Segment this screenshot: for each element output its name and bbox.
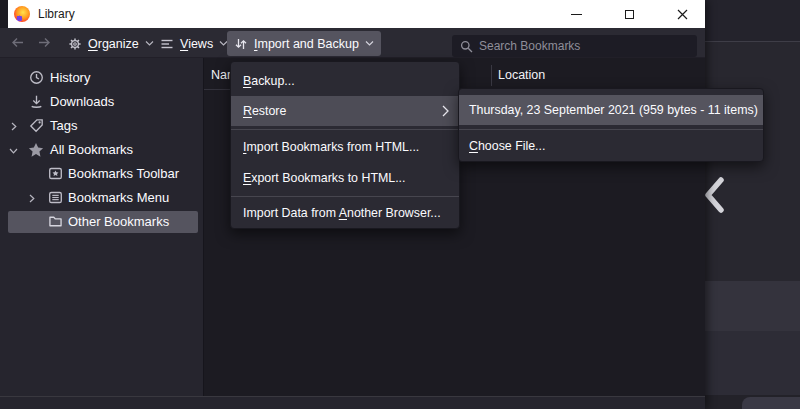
chevron-down-icon (365, 40, 374, 47)
expander-collapsed-icon[interactable] (11, 122, 17, 131)
column-header-location[interactable]: Location (498, 61, 545, 90)
background-window-mid-band (705, 331, 800, 395)
sidebar-item-label: All Bookmarks (50, 138, 133, 162)
menu-item-import-bookmarks-from-html[interactable]: Import Bookmarks from HTML... (231, 132, 459, 162)
menu-item-label: Backup... (243, 74, 295, 88)
close-icon (677, 9, 688, 20)
submenu-item-label: Thursday, 23 September 2021 (959 bytes -… (469, 103, 758, 117)
background-window-top-band (705, 0, 800, 42)
sidebar-item-all-bookmarks[interactable]: All Bookmarks (0, 138, 203, 162)
menu-item-label: Import Data from Another Browser... (243, 206, 441, 220)
search-icon (460, 40, 473, 53)
sidebar-item-tags[interactable]: Tags (0, 114, 203, 138)
back-arrow-icon (9, 35, 26, 50)
sidebar-item-bookmarks-menu[interactable]: Bookmarks Menu (0, 186, 203, 210)
close-button[interactable] (659, 0, 705, 28)
titlebar[interactable]: Library (8, 0, 705, 28)
views-label: Views (180, 37, 213, 51)
sidebar-item-label: Downloads (50, 90, 114, 114)
star-icon (28, 142, 44, 158)
menu-item-import-data-from-another-browser[interactable]: Import Data from Another Browser... (231, 199, 459, 226)
menu-item-label: Import Bookmarks from HTML... (243, 140, 419, 154)
import-and-backup-button[interactable]: Import and Backup (227, 31, 381, 56)
menu-item-restore[interactable]: Restore (231, 96, 459, 126)
submenu-item-choose-file[interactable]: Choose File... (459, 132, 763, 159)
screen: Library (0, 0, 800, 409)
submenu-arrow-icon (442, 105, 449, 117)
background-window-light-band (705, 281, 800, 331)
bookmarks-toolbar-icon (48, 166, 63, 181)
expander-collapsed-icon[interactable] (29, 194, 35, 203)
organize-button[interactable]: Organize (61, 31, 161, 56)
sidebar-item-other-bookmarks[interactable]: Other Bookmarks (0, 210, 203, 234)
back-button[interactable] (9, 35, 26, 50)
menu-item-export-bookmarks-to-html[interactable]: Export Bookmarks to HTML... (231, 162, 459, 193)
sidebar-item-label: Bookmarks Menu (68, 186, 169, 210)
import-and-backup-label: Import and Backup (254, 37, 359, 51)
minimize-icon (571, 14, 582, 15)
window-title: Library (38, 0, 75, 28)
menu-separator (231, 196, 459, 197)
submenu-item-backup-file[interactable]: Thursday, 23 September 2021 (959 bytes -… (459, 95, 763, 125)
window-bottom-strip (0, 396, 705, 409)
restore-submenu: Thursday, 23 September 2021 (959 bytes -… (458, 88, 764, 162)
bookmarks-menu-icon (48, 190, 63, 205)
sidebar-item-label: Tags (50, 114, 77, 138)
sidebar: History Downloads Tags (0, 58, 203, 396)
sidebar-item-downloads[interactable]: Downloads (0, 90, 203, 114)
sidebar-item-history[interactable]: History (0, 66, 203, 90)
folder-icon (48, 214, 63, 229)
sidebar-item-label: Bookmarks Toolbar (68, 162, 179, 186)
menu-separator (459, 129, 763, 130)
search-bookmarks-box[interactable] (452, 35, 697, 57)
views-button[interactable]: Views (153, 31, 235, 56)
forward-arrow-icon (36, 35, 53, 50)
maximize-button[interactable] (606, 0, 652, 28)
toolbar: Organize Views Import and Backup (0, 28, 705, 58)
download-icon (29, 94, 44, 109)
tag-icon (29, 118, 44, 133)
menu-item-label: Restore (243, 104, 286, 118)
column-divider[interactable] (491, 65, 492, 86)
forward-button[interactable] (36, 35, 53, 50)
sidebar-item-bookmarks-toolbar[interactable]: Bookmarks Toolbar (0, 162, 203, 186)
minimize-button[interactable] (553, 0, 599, 28)
submenu-item-label: Choose File... (469, 139, 545, 153)
sidebar-item-label: Other Bookmarks (68, 210, 169, 234)
sidebar-item-label: History (50, 66, 90, 90)
menu-item-label: Export Bookmarks to HTML... (243, 171, 406, 185)
search-input[interactable] (479, 39, 679, 53)
background-window (705, 0, 800, 409)
firefox-logo-icon (14, 6, 30, 22)
organize-label: Organize (88, 37, 139, 51)
clock-icon (29, 70, 44, 85)
chevron-left-icon (705, 176, 727, 214)
list-icon (160, 37, 174, 51)
import-export-arrows-icon (234, 37, 248, 51)
menu-item-backup[interactable]: Backup... (231, 66, 459, 96)
expander-expanded-icon[interactable] (9, 148, 18, 154)
background-window-button (742, 397, 800, 409)
maximize-icon (625, 10, 634, 19)
import-and-backup-menu: Backup... Restore Import Bookmarks from … (230, 61, 460, 229)
gear-icon (68, 37, 82, 51)
menu-separator (231, 129, 459, 130)
